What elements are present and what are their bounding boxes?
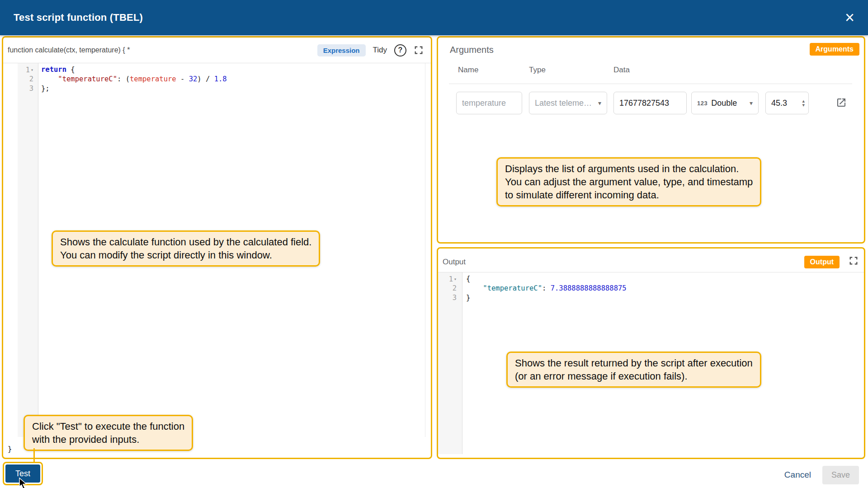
argument-value-type-select[interactable]: 123 Double ▾ bbox=[691, 92, 759, 114]
expression-chip[interactable]: Expression bbox=[317, 44, 366, 56]
argument-name-field[interactable]: temperature bbox=[456, 92, 522, 114]
argument-timestamp-input[interactable]: 17677827543 bbox=[613, 92, 687, 114]
code-line: }; bbox=[41, 84, 425, 94]
argument-value-input[interactable]: 45.3 ▴ ▾ bbox=[765, 92, 809, 114]
function-closing-brace: } bbox=[8, 445, 12, 453]
number-type-icon: 123 bbox=[697, 100, 708, 107]
code-line: "temperatureC": 7.3888888888888875 bbox=[466, 284, 864, 293]
fold-icon[interactable]: ▾ bbox=[31, 67, 33, 72]
line-number: 2 bbox=[3, 75, 33, 84]
test-callout: Click "Test" to execute the function wit… bbox=[24, 415, 193, 451]
dialog-titlebar: Test script function (TBEL) × bbox=[0, 0, 868, 35]
arguments-callout: Displays the list of arguments used in t… bbox=[496, 157, 761, 206]
code-line: { bbox=[466, 274, 864, 284]
arguments-badge: Arguments bbox=[810, 43, 859, 56]
line-number-gutter: 1▾ 2 3 bbox=[438, 272, 462, 454]
tidy-button[interactable]: Tidy bbox=[373, 46, 387, 55]
chevron-down-icon: ▾ bbox=[750, 99, 753, 107]
editor-toolbar: function calculate(ctx, temperature) { *… bbox=[3, 38, 431, 63]
editor-callout: Shows the calculate function used by the… bbox=[52, 230, 320, 267]
stepper-down-icon: ▾ bbox=[802, 103, 805, 107]
output-badge: Output bbox=[804, 256, 840, 268]
function-signature: function calculate(ctx, temperature) { * bbox=[8, 46, 130, 54]
arguments-panel: Arguments Arguments Name Type Data tempe… bbox=[437, 36, 865, 244]
test-script-dialog: Test script function (TBEL) × function c… bbox=[0, 0, 868, 488]
save-button[interactable]: Save bbox=[822, 466, 859, 484]
callout-connector-line bbox=[33, 448, 35, 463]
line-number-gutter: 1▾ 2 3 bbox=[3, 63, 38, 437]
column-header-data: Data bbox=[613, 66, 630, 75]
line-number: 3 bbox=[3, 84, 33, 94]
arguments-title: Arguments bbox=[450, 45, 494, 55]
cancel-button[interactable]: Cancel bbox=[778, 465, 817, 484]
fullscreen-icon[interactable] bbox=[849, 256, 859, 266]
table-header-divider bbox=[449, 84, 852, 84]
chevron-down-icon: ▾ bbox=[598, 99, 601, 107]
dialog-title: Test script function (TBEL) bbox=[14, 12, 143, 23]
column-header-type: Type bbox=[529, 66, 546, 75]
open-in-new-icon[interactable] bbox=[836, 97, 847, 110]
output-title: Output bbox=[443, 258, 466, 267]
code-line: return { bbox=[41, 65, 425, 75]
fold-icon[interactable]: ▾ bbox=[454, 277, 457, 282]
argument-type-select[interactable]: Latest teleme… ▾ bbox=[529, 92, 607, 114]
mouse-cursor-icon bbox=[18, 477, 29, 488]
line-number: 3 bbox=[438, 293, 457, 303]
line-number: 1▾ bbox=[438, 274, 457, 284]
value-stepper[interactable]: ▴ ▾ bbox=[802, 99, 805, 107]
line-number: 2 bbox=[438, 284, 457, 293]
output-callout: Shows the result returned by the script … bbox=[506, 352, 761, 388]
help-icon[interactable]: ? bbox=[394, 44, 406, 56]
fullscreen-icon[interactable] bbox=[414, 45, 424, 55]
column-header-name: Name bbox=[458, 66, 478, 75]
code-line: "temperatureC": (temperature - 32) / 1.8 bbox=[41, 75, 425, 84]
code-line: } bbox=[466, 293, 864, 303]
close-icon[interactable]: × bbox=[845, 9, 854, 26]
line-number: 1▾ bbox=[3, 65, 33, 75]
